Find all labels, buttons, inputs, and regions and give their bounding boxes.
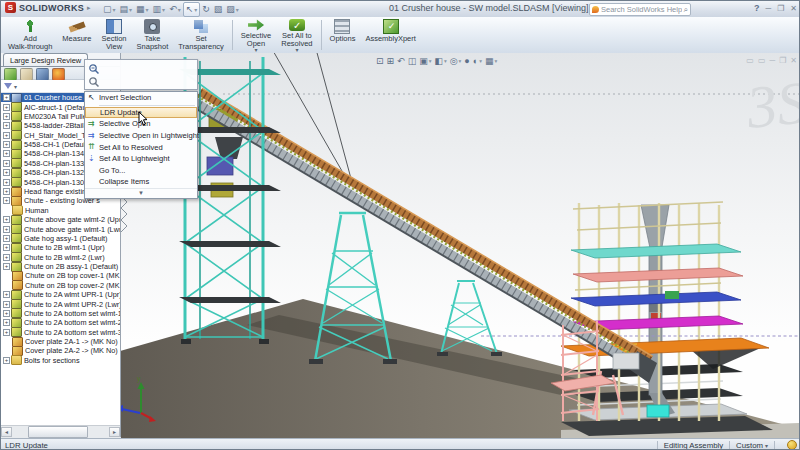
section-view-button[interactable]: ◫ xyxy=(408,56,417,66)
dropdown-caret-icon[interactable]: ▾ xyxy=(236,6,239,13)
tree-row[interactable]: +Chute to 2A wlmt UPR-1 (Upr) xyxy=(1,290,120,299)
solidworks-logo[interactable]: S SOLIDWORKS ▸ xyxy=(5,2,91,13)
dropdown-caret-icon[interactable]: ▾ xyxy=(162,6,165,13)
expander-icon[interactable]: + xyxy=(3,291,10,298)
save-button[interactable]: ▦▾ xyxy=(134,3,151,16)
tree-row[interactable]: Chute on 2B top cover-2 (MK No) xyxy=(1,281,120,290)
menu-expand-button[interactable]: ▼ xyxy=(85,188,197,198)
tree-row[interactable]: Chute on 2B top cover-1 (MK No) xyxy=(1,271,120,280)
expander-icon[interactable]: + xyxy=(3,244,10,251)
expander-icon[interactable]: + xyxy=(3,160,10,167)
search-input[interactable]: Search SolidWorks Help xyxy=(601,5,682,14)
dropdown-caret-icon[interactable]: ▾ xyxy=(444,58,447,64)
menu-item-set-all-to-lightweight[interactable]: ⇣Set All to Lightweight xyxy=(85,153,197,165)
view-settings-button[interactable]: ▦▾ xyxy=(485,56,497,66)
expander-icon[interactable]: + xyxy=(3,329,10,336)
tree-row[interactable]: Cover plate 2A-2 -> (MK No) xyxy=(1,346,120,355)
apply-scene-button[interactable]: ◐▾ xyxy=(473,56,482,66)
dropdown-caret-icon[interactable]: ▾ xyxy=(194,6,197,13)
tree-row[interactable]: Cover plate 2A-1 -> (MK No) xyxy=(1,337,120,346)
open-button[interactable]: ▤▾ xyxy=(118,3,135,16)
options-button[interactable]: ▨▾ xyxy=(224,3,241,16)
options-button[interactable]: Options xyxy=(325,17,361,53)
edit-appearance-button[interactable]: ● xyxy=(464,56,469,66)
expander-icon[interactable]: + xyxy=(3,301,10,308)
expander-icon[interactable]: + xyxy=(3,235,10,242)
help-button[interactable]: ? xyxy=(754,3,760,13)
expander-icon[interactable]: + xyxy=(3,94,10,101)
expander-icon[interactable]: + xyxy=(3,216,10,223)
menu-item-invert-selection[interactable]: ↖Invert Selection xyxy=(85,92,197,104)
menu-expand-icon[interactable]: ▸ xyxy=(87,4,91,12)
tree-row[interactable]: +Chute on 2B assy-1 (Default) xyxy=(1,262,120,271)
hide-show-items-button[interactable]: ◎▾ xyxy=(450,56,462,66)
expander-icon[interactable]: + xyxy=(3,357,10,364)
tree-row[interactable]: +Chute to 2A bottom set wlmt-1 (Upr) xyxy=(1,309,120,318)
select-button[interactable]: ↖▾ xyxy=(183,2,201,17)
dropdown-caret-icon[interactable]: ▾ xyxy=(113,6,116,13)
graphics-viewport[interactable]: y z ⊡⊞↶◫▣▾◧▾◎▾●◐▾▦▾ ▭▭─❐✕ 3S xyxy=(121,53,800,438)
selective-open-button[interactable]: SelectiveOpen▾ xyxy=(236,17,276,53)
view-orientation-button[interactable]: ▣▾ xyxy=(419,56,431,66)
quick-tips-icon[interactable] xyxy=(787,440,797,450)
viewport-minimize-button[interactable]: ─ xyxy=(769,56,775,65)
close-button[interactable]: ✕ xyxy=(790,4,797,13)
tree-row[interactable]: +Chute to 2B wlmt-1 (Upr) xyxy=(1,243,120,252)
expander-icon[interactable]: + xyxy=(3,319,10,326)
take-snapshot-button[interactable]: TakeSnapshot xyxy=(132,17,174,53)
dropdown-caret-icon[interactable]: ▾ xyxy=(129,6,132,13)
expander-icon[interactable]: + xyxy=(3,179,10,186)
set-all-to-resolved-button[interactable]: Set All toResolved▾ xyxy=(276,17,317,53)
filter-funnel-icon[interactable] xyxy=(4,83,12,89)
expander-icon[interactable]: + xyxy=(3,113,10,120)
dropdown-caret-icon[interactable]: ▾ xyxy=(459,58,462,64)
rebuild-button[interactable]: ↻ xyxy=(200,3,212,16)
filter-caret-icon[interactable]: ▾ xyxy=(14,83,17,90)
zoom-to-area-button[interactable]: ⊞ xyxy=(387,56,395,66)
expander-icon[interactable]: + xyxy=(3,104,10,111)
print-button[interactable]: ▥▾ xyxy=(151,3,168,16)
tree-row[interactable]: +Chute above gate wlmt-1 (Lwr) xyxy=(1,224,120,233)
expander-icon[interactable]: + xyxy=(3,141,10,148)
set-transparency-button[interactable]: SetTransparency xyxy=(173,17,229,53)
viewport-restore-button[interactable]: ❐ xyxy=(779,56,786,65)
restore-button[interactable]: ❐ xyxy=(777,4,784,13)
expander-icon[interactable]: + xyxy=(3,132,10,139)
new-button[interactable]: ▢▾ xyxy=(101,3,118,16)
scroll-right-button[interactable]: ▸ xyxy=(109,427,120,437)
menu-item-set-all-to-resolved[interactable]: ⇈Set All to Resolved xyxy=(85,141,197,153)
expander-icon[interactable]: + xyxy=(3,169,10,176)
menu-item-selective-open-in-lightweight[interactable]: ⇉Selective Open in Lightweight xyxy=(85,130,197,142)
viewport-close-button[interactable]: ✕ xyxy=(790,56,797,65)
menu-item-collapse-items[interactable]: Collapse Items xyxy=(85,176,197,188)
dropdown-caret-icon[interactable]: ▾ xyxy=(429,58,432,64)
zoom-to-fit-button[interactable]: ⊡ xyxy=(376,56,384,66)
tree-horizontal-scrollbar[interactable]: ◂ ▸ xyxy=(1,425,120,438)
dropdown-caret-icon[interactable]: ▾ xyxy=(146,6,149,13)
tree-row[interactable]: +Chute to 2A bottom set wlmt-2 (Mid) xyxy=(1,318,120,327)
dropdown-caret-icon[interactable]: ▾ xyxy=(495,58,498,64)
tree-row[interactable]: Human xyxy=(1,206,120,215)
dropdown-caret-icon[interactable]: ▾ xyxy=(479,58,482,64)
dropdown-caret-icon[interactable]: ▾ xyxy=(178,6,181,13)
file-properties-button[interactable]: ▧ xyxy=(212,3,225,16)
search-box[interactable]: Search SolidWorks Help ⌕ xyxy=(589,3,691,16)
panel-splitter[interactable] xyxy=(121,196,127,232)
scroll-left-button[interactable]: ◂ xyxy=(1,427,12,437)
tree-row[interactable]: +Gate hog assy-1 (Default) xyxy=(1,234,120,243)
zoom-to-selection-icon[interactable] xyxy=(88,62,197,75)
expander-icon[interactable]: + xyxy=(3,188,10,195)
tree-row[interactable]: +Chute to 2A wlmt UPR-2 (Lwr) xyxy=(1,299,120,308)
add-walkthrough-button[interactable]: AddWalk-through xyxy=(3,17,57,53)
search-icon[interactable]: ⌕ xyxy=(684,5,688,15)
tab-large-design-review[interactable]: Large Design Review xyxy=(3,53,88,67)
expander-icon[interactable]: + xyxy=(3,254,10,261)
expander-icon[interactable]: + xyxy=(3,310,10,317)
section-view-button[interactable]: SectionView xyxy=(97,17,132,53)
previous-view-button[interactable]: ↶ xyxy=(397,56,405,66)
menu-item-go-to[interactable]: Go To... xyxy=(85,165,197,177)
expander-icon[interactable]: + xyxy=(3,150,10,157)
tree-row[interactable]: +Chute to 2A bottom set wlmt-3 (Lwr) xyxy=(1,328,120,337)
units-selector[interactable]: Custom▾ xyxy=(736,441,768,450)
viewport-menu-button[interactable]: ▭ xyxy=(746,56,754,65)
